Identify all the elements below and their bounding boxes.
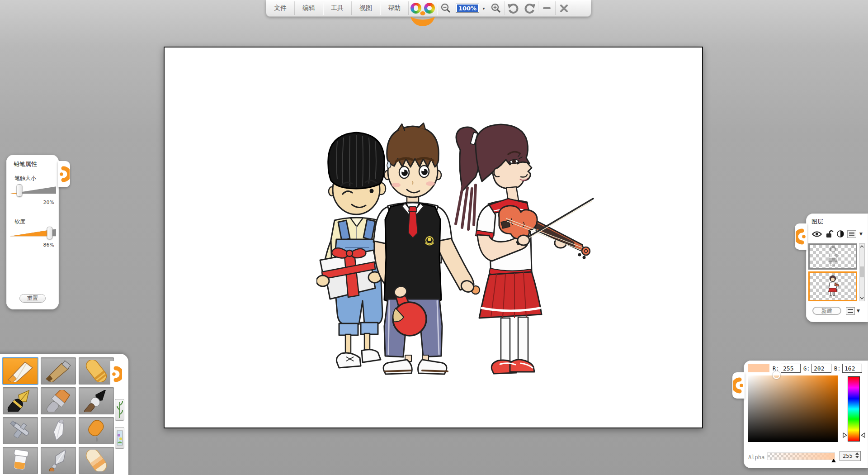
zoom-out-icon bbox=[440, 3, 451, 14]
tool-palette-panel bbox=[0, 354, 128, 475]
scroll-up-icon[interactable] bbox=[859, 244, 864, 249]
undo-icon bbox=[507, 3, 519, 14]
menu-tools[interactable]: 工具 bbox=[323, 0, 351, 16]
minimize-button[interactable] bbox=[538, 0, 555, 16]
bamboo-icon bbox=[117, 401, 123, 419]
alpha-spinner[interactable] bbox=[855, 452, 859, 458]
hue-marker-right-icon[interactable] bbox=[861, 431, 865, 440]
close-icon bbox=[560, 4, 568, 13]
tool-airbrush[interactable] bbox=[3, 417, 38, 444]
tool-paint-roller[interactable] bbox=[79, 417, 114, 444]
green-input[interactable] bbox=[811, 364, 831, 373]
menu-view[interactable]: 视图 bbox=[352, 0, 380, 16]
red-input[interactable] bbox=[781, 364, 801, 373]
softness-value: 86% bbox=[43, 242, 54, 248]
panel-grip-icon bbox=[59, 164, 70, 184]
brush-size-handle[interactable] bbox=[17, 184, 23, 197]
color-selection-cursor[interactable] bbox=[773, 371, 780, 379]
layers-panel: 图层 ▼ bbox=[806, 214, 868, 322]
layer-menu-button[interactable] bbox=[847, 230, 856, 238]
layers-options-button[interactable] bbox=[846, 307, 855, 315]
color-panel-collapse-handle[interactable] bbox=[732, 372, 745, 399]
tool-palette-knife[interactable] bbox=[41, 417, 76, 444]
tool-grid bbox=[3, 357, 114, 474]
tool-crayon[interactable] bbox=[79, 357, 114, 385]
layer-visibility-icon[interactable] bbox=[811, 231, 822, 238]
bamboo-stamp-button[interactable] bbox=[115, 399, 124, 421]
tool-flat-brush[interactable] bbox=[41, 387, 76, 414]
color-picker-panel: R: G: B: Alpha 255 bbox=[744, 361, 868, 468]
layer-lock-icon[interactable] bbox=[826, 230, 834, 238]
panel-grip-icon bbox=[796, 227, 807, 247]
blue-label: B: bbox=[834, 366, 840, 372]
hue-marker-left-icon[interactable] bbox=[843, 431, 847, 440]
tool-ink-brush[interactable] bbox=[79, 387, 114, 414]
mascot-left-eye-icon[interactable] bbox=[410, 3, 421, 14]
softness-slider[interactable] bbox=[10, 227, 56, 239]
layers-scrollbar[interactable] bbox=[859, 243, 865, 301]
redo-icon bbox=[524, 3, 536, 14]
tool-palette-collapse-handle[interactable] bbox=[110, 361, 123, 387]
menu-edit[interactable]: 编辑 bbox=[295, 0, 323, 16]
tool-fountain-pen[interactable] bbox=[3, 387, 38, 414]
drawing-canvas[interactable] bbox=[164, 47, 703, 428]
tool-sharp-pencil[interactable] bbox=[3, 357, 38, 385]
layer-blend-icon[interactable] bbox=[837, 230, 844, 238]
menu-file[interactable]: 文件 bbox=[266, 0, 294, 16]
mascot-nose bbox=[420, 11, 425, 15]
red-label: R: bbox=[773, 366, 779, 372]
brush-size-label: 笔触大小 bbox=[14, 175, 36, 182]
figure-girl-violin bbox=[456, 124, 593, 374]
layer-item-girl[interactable] bbox=[808, 271, 857, 301]
layers-panel-collapse-handle[interactable] bbox=[795, 223, 807, 250]
blue-input[interactable] bbox=[842, 364, 862, 373]
green-label: G: bbox=[803, 366, 810, 372]
sketch-layer-thumbnail bbox=[824, 245, 841, 268]
tool-paint-jar[interactable] bbox=[3, 447, 38, 474]
brush-size-slider[interactable] bbox=[10, 185, 56, 196]
tool-carving-blade[interactable] bbox=[41, 447, 76, 474]
close-button[interactable] bbox=[556, 0, 572, 16]
app-window: 文件 编辑 工具 视图 帮助 1 bbox=[0, 0, 868, 475]
alpha-slider[interactable] bbox=[767, 452, 835, 460]
zoom-level-input[interactable]: 100% bbox=[456, 4, 479, 13]
mascot-right-eye-icon[interactable] bbox=[424, 3, 435, 14]
tool-eraser[interactable] bbox=[79, 447, 114, 474]
brush-size-value: 20% bbox=[43, 200, 54, 205]
picture-stamp-button[interactable] bbox=[115, 427, 124, 449]
mascot-smile bbox=[410, 16, 436, 29]
menu-help[interactable]: 帮助 bbox=[380, 0, 408, 16]
zoom-dropdown-button[interactable]: ▾ bbox=[480, 0, 487, 16]
layers-panel-title: 图层 bbox=[811, 218, 823, 226]
pencil-properties-panel: 铅笔属性 笔触大小 20% 软度 86% 重置 bbox=[6, 155, 59, 309]
current-color-swatch bbox=[748, 364, 769, 372]
zoom-level-value: 100% bbox=[457, 5, 478, 12]
mascot-face bbox=[409, 0, 437, 16]
pencil-panel-collapse-handle[interactable] bbox=[58, 161, 70, 187]
layer-menu-caret-icon[interactable]: ▼ bbox=[859, 232, 863, 236]
layers-options-caret-icon[interactable]: ▼ bbox=[857, 309, 860, 313]
main-toolbar: 文件 编辑 工具 视图 帮助 1 bbox=[266, 0, 591, 17]
tool-wood-pencil[interactable] bbox=[41, 357, 76, 385]
hue-slider[interactable] bbox=[848, 376, 860, 442]
alpha-marker-icon[interactable] bbox=[831, 459, 836, 462]
undo-button[interactable] bbox=[505, 0, 521, 16]
saturation-value-gradient[interactable] bbox=[748, 375, 838, 442]
new-layer-button[interactable]: 新建 bbox=[812, 307, 841, 315]
softness-handle[interactable] bbox=[47, 227, 52, 239]
pencil-panel-title: 铅笔属性 bbox=[14, 160, 37, 168]
panel-grip-icon bbox=[111, 364, 122, 384]
alpha-value-box[interactable]: 255 bbox=[840, 451, 861, 461]
reset-button[interactable]: 重置 bbox=[19, 294, 46, 303]
girl-layer-thumbnail bbox=[824, 274, 841, 299]
redo-button[interactable] bbox=[521, 0, 538, 16]
alpha-label: Alpha bbox=[748, 454, 764, 461]
minimize-icon bbox=[543, 7, 551, 9]
layer-item-sketch[interactable] bbox=[808, 243, 857, 270]
scroll-down-icon[interactable] bbox=[859, 295, 864, 301]
zoom-in-icon bbox=[491, 3, 501, 14]
scrollbar-thumb[interactable] bbox=[860, 266, 864, 277]
zoom-in-button[interactable] bbox=[487, 0, 504, 16]
picture-icon bbox=[117, 429, 123, 447]
zoom-out-button[interactable] bbox=[437, 0, 454, 16]
